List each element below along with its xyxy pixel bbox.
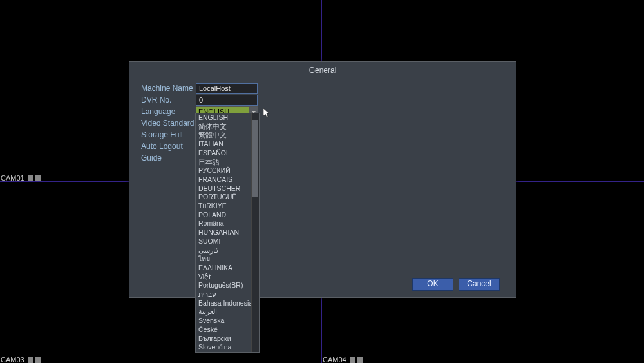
cam-status-icon: [28, 175, 33, 181]
language-option[interactable]: FRANCAIS: [196, 175, 259, 184]
label-machine-name: Machine Name: [141, 84, 196, 93]
cam-status-icons: [349, 357, 363, 363]
cancel-button[interactable]: Cancel: [459, 278, 500, 291]
label-dvr-no: DVR No.: [141, 95, 196, 104]
cam-status-icons: [27, 357, 41, 363]
language-option[interactable]: HUNGARIAN: [196, 228, 259, 237]
language-option[interactable]: Svenska: [196, 317, 259, 326]
language-option[interactable]: ΕΛΛΗΝΙΚΑ: [196, 264, 259, 273]
label-video-standard: Video Standard: [141, 119, 196, 128]
language-option[interactable]: עברית: [196, 290, 259, 299]
cam-status-icon: [28, 357, 33, 363]
cam-label-3: CAM03: [1, 356, 41, 363]
language-option[interactable]: 繁體中文: [196, 131, 259, 140]
language-option[interactable]: 简体中文: [196, 123, 259, 132]
cam-status-icon: [35, 357, 41, 363]
label-language: Language: [141, 107, 196, 116]
language-option[interactable]: العربية: [196, 308, 259, 317]
language-option[interactable]: Română: [196, 219, 259, 228]
label-guide: Guide: [141, 153, 196, 162]
dvr-no-input[interactable]: [196, 95, 258, 106]
dialog-title: General: [129, 62, 516, 77]
cam-status-icons: [27, 175, 41, 181]
general-settings-dialog: General Machine Name DVR No. Language EN…: [129, 61, 516, 298]
language-option[interactable]: Português(BR): [196, 281, 259, 290]
language-option[interactable]: ESPAÑOL: [196, 149, 259, 158]
language-option[interactable]: 日本語: [196, 158, 259, 167]
language-option[interactable]: DEUTSCHER: [196, 184, 259, 193]
dropdown-scrollbar[interactable]: [251, 113, 259, 352]
machine-name-input[interactable]: [196, 83, 258, 94]
language-option[interactable]: PORTUGUÊ: [196, 193, 259, 202]
cam-label-1: CAM01: [1, 174, 41, 182]
dialog-button-row: OK Cancel: [412, 278, 500, 291]
language-option[interactable]: فارسی: [196, 246, 259, 255]
cam-label-text: CAM03: [1, 356, 24, 363]
cam-status-icon: [350, 357, 355, 363]
dropdown-scrollbar-thumb[interactable]: [252, 120, 258, 197]
language-option[interactable]: České: [196, 326, 259, 335]
cam-label-text: CAM04: [323, 356, 346, 363]
language-option[interactable]: Slovenčina: [196, 343, 259, 352]
language-dropdown[interactable]: ENGLISH简体中文繁體中文ITALIANESPAÑOL日本語РУССКИЙF…: [195, 113, 260, 353]
cam-label-text: CAM01: [1, 174, 24, 182]
language-option[interactable]: Việt: [196, 273, 259, 282]
cam-status-icon: [357, 357, 363, 363]
language-option[interactable]: ITALIAN: [196, 140, 259, 149]
language-option[interactable]: ENGLISH: [196, 113, 259, 123]
language-option[interactable]: SUOMI: [196, 237, 259, 246]
label-storage-full: Storage Full: [141, 130, 196, 139]
language-option[interactable]: Bahasa Indonesia: [196, 299, 259, 308]
language-option[interactable]: TüRKİYE: [196, 202, 259, 211]
label-auto-logout: Auto Logout: [141, 142, 196, 151]
language-option[interactable]: РУССКИЙ: [196, 166, 259, 175]
cam-status-icon: [35, 175, 41, 181]
language-option[interactable]: Български: [196, 335, 259, 344]
cam-label-4: CAM04: [323, 356, 363, 363]
language-option[interactable]: POLAND: [196, 211, 259, 220]
dialog-body: Machine Name DVR No. Language ENGLISH Vi…: [129, 77, 516, 169]
language-option[interactable]: ไทย: [196, 255, 259, 264]
ok-button[interactable]: OK: [412, 278, 453, 291]
